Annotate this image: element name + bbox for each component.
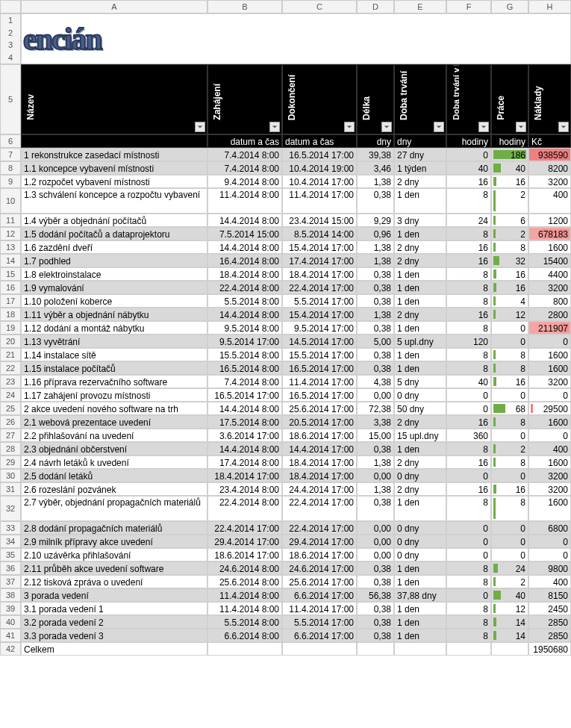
work-hours[interactable]: 0 [491,335,528,348]
cost[interactable]: 1600 [528,415,571,429]
start-date[interactable]: 7.4.2014 8:00 [208,375,282,388]
row-head-38[interactable]: 38 [0,588,21,602]
cost[interactable]: 400 [528,188,571,214]
duration[interactable]: 1 den [394,267,446,281]
duration[interactable]: 0 dny [394,469,446,482]
duration-hours[interactable]: 16 [446,415,491,429]
col-head-F[interactable]: F [446,0,491,13]
total-empty-0[interactable] [208,642,282,656]
cost[interactable]: 8200 [528,161,571,175]
length-days[interactable]: 0,00 [357,388,394,402]
cost[interactable]: 938590 [528,148,571,161]
cost[interactable]: 1600 [528,496,571,521]
start-date[interactable]: 14.4.2014 8:00 [208,402,282,415]
col-head-C[interactable]: C [282,0,357,13]
work-hours[interactable]: 8 [491,496,528,521]
length-days[interactable]: 0,38 [357,615,394,629]
cost[interactable]: 400 [528,575,571,588]
start-date[interactable]: 17.5.2014 8:00 [208,415,282,429]
length-days[interactable]: 1,38 [357,308,394,321]
work-hours[interactable]: 12 [491,308,528,321]
task-name[interactable]: 2.7 výběr, objednání propagačních materi… [21,496,208,521]
length-days[interactable]: 0,38 [357,629,394,642]
length-days[interactable]: 56,38 [357,588,394,602]
work-hours[interactable]: 40 [491,588,528,602]
row-head-5[interactable]: 5 [0,64,21,134]
work-hours[interactable]: 6 [491,214,528,227]
row-head-14[interactable]: 14 [0,254,21,267]
duration-hours[interactable]: 16 [446,308,491,321]
start-date[interactable]: 9.4.2014 8:00 [208,175,282,188]
row-head-24[interactable]: 24 [0,388,21,402]
work-hours[interactable]: 40 [491,161,528,175]
start-date[interactable]: 15.5.2014 8:00 [208,348,282,361]
cost[interactable]: 2850 [528,615,571,629]
task-name[interactable]: 2.9 milník přípravy akce uvedení [21,535,208,548]
task-name[interactable]: 1.9 vymalování [21,281,208,294]
length-days[interactable]: 1,38 [357,482,394,496]
col-head-A[interactable]: A [21,0,208,13]
work-hours[interactable]: 2 [491,188,528,214]
task-name[interactable]: 1.17 zahájení provozu místnosti [21,388,208,402]
cost[interactable]: 678183 [528,227,571,240]
duration-hours[interactable]: 0 [446,402,491,415]
duration-hours[interactable]: 0 [446,388,491,402]
duration[interactable]: 0 dny [394,548,446,561]
start-date[interactable]: 16.4.2014 8:00 [208,254,282,267]
end-date[interactable]: 25.6.2014 17:00 [282,575,357,588]
task-name[interactable]: 2.2 přihlašování na uvedení [21,429,208,442]
task-name[interactable]: 3.2 porada vedení 2 [21,615,208,629]
duration-hours[interactable]: 0 [446,548,491,561]
length-days[interactable]: 0,38 [357,561,394,575]
length-days[interactable]: 1,38 [357,240,394,254]
duration[interactable]: 1 den [394,281,446,294]
length-days[interactable]: 0,38 [357,188,394,214]
end-date[interactable]: 14.4.2014 17:00 [282,442,357,455]
start-date[interactable]: 14.4.2014 8:00 [208,442,282,455]
duration[interactable]: 0 dny [394,535,446,548]
length-days[interactable]: 0,00 [357,521,394,535]
cost[interactable]: 15400 [528,254,571,267]
duration[interactable]: 2 dny [394,482,446,496]
duration[interactable]: 2 dny [394,455,446,469]
duration[interactable]: 2 dny [394,175,446,188]
start-date[interactable]: 18.6.2014 17:00 [208,548,282,561]
end-date[interactable]: 22.4.2014 17:00 [282,521,357,535]
row-head-29[interactable]: 29 [0,455,21,469]
end-date[interactable]: 25.6.2014 17:00 [282,402,357,415]
work-hours[interactable]: 68 [491,402,528,415]
work-hours[interactable]: 0 [491,469,528,482]
work-hours[interactable]: 0 [491,521,528,535]
duration-hours[interactable]: 40 [446,161,491,175]
task-name[interactable]: 3 porada vedení [21,588,208,602]
start-date[interactable]: 7.4.2014 8:00 [208,161,282,175]
end-date[interactable]: 5.5.2014 17:00 [282,294,357,308]
row-head-39[interactable]: 39 [0,602,21,615]
end-date[interactable]: 16.5.2014 17:00 [282,361,357,375]
end-date[interactable]: 6.6.2014 17:00 [282,629,357,642]
row-head-7[interactable]: 7 [0,148,21,161]
row-head-16[interactable]: 16 [0,281,21,294]
duration-hours[interactable]: 8 [446,267,491,281]
cost[interactable]: 2800 [528,308,571,321]
length-days[interactable]: 9,29 [357,214,394,227]
total-label[interactable]: Celkem [21,642,208,656]
row-head-42[interactable]: 42 [0,642,21,656]
duration-hours[interactable]: 40 [446,375,491,388]
filter-dropdown-icon[interactable] [195,122,205,132]
work-hours[interactable]: 8 [491,240,528,254]
task-name[interactable]: 3.3 porada vedení 3 [21,629,208,642]
duration-hours[interactable]: 8 [446,294,491,308]
length-days[interactable]: 39,38 [357,148,394,161]
start-date[interactable]: 14.4.2014 8:00 [208,240,282,254]
task-name[interactable]: 2.4 návrh letáků k uvedení [21,455,208,469]
cost[interactable]: 9800 [528,561,571,575]
task-name[interactable]: 2.10 uzávěrka přihlašování [21,548,208,561]
end-date[interactable]: 22.4.2014 17:00 [282,496,357,521]
task-name[interactable]: 1.10 položení koberce [21,294,208,308]
total-empty-3[interactable] [394,642,446,656]
row-head-41[interactable]: 41 [0,629,21,642]
duration-hours[interactable]: 0 [446,588,491,602]
duration-hours[interactable]: 360 [446,429,491,442]
length-days[interactable]: 1,38 [357,175,394,188]
